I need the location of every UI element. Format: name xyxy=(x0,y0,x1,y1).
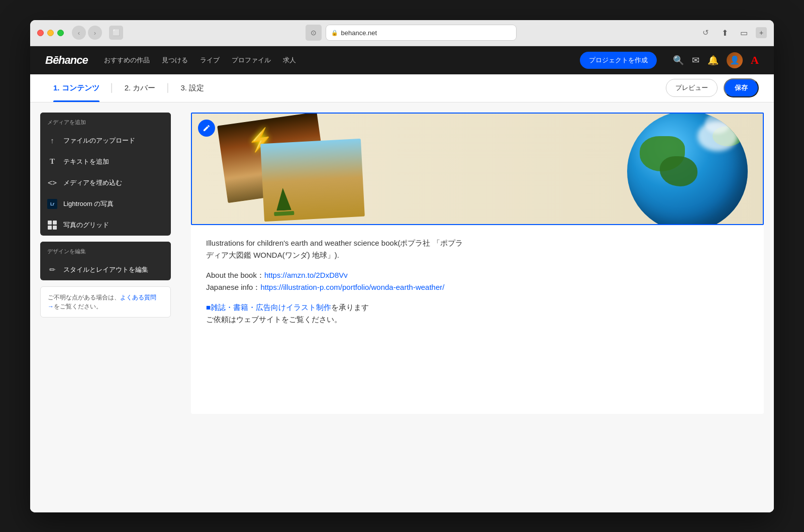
sidebar-item-lightroom[interactable]: Lr Lightroom の写真 xyxy=(40,193,171,215)
book-label: About the book： xyxy=(206,271,264,279)
help-prefix: ご不明な点がある場合は、 xyxy=(48,294,120,301)
nav-link-profile[interactable]: プロファイル xyxy=(232,56,271,65)
maximize-button[interactable] xyxy=(57,30,64,36)
nav-link-live[interactable]: ライブ xyxy=(200,56,220,65)
land-2 xyxy=(660,156,697,186)
sidebar-label-upload: ファイルのアップロード xyxy=(63,136,135,145)
tab-actions: プレビュー 保存 xyxy=(666,78,759,97)
nav-link-discover[interactable]: 見つける xyxy=(162,56,188,65)
nav-links: おすすめの作品 見つける ライブ プロファイル 求人 xyxy=(104,56,564,65)
lock-icon: 🔒 xyxy=(331,30,338,36)
toolbar-right: ↺ ⬆ ▭ + xyxy=(698,26,767,40)
clouds-2 xyxy=(705,114,730,134)
messages-icon[interactable]: ✉ xyxy=(692,55,699,66)
tree-trunk xyxy=(274,211,294,216)
tab-divider-1: │ xyxy=(110,83,115,92)
close-button[interactable] xyxy=(37,30,44,36)
page-content: Bēhance おすすめの作品 見つける ライブ プロファイル 求人 プロジェク… xyxy=(30,46,774,512)
description-line2: ディア大図鑑 WONDA(ワンダ) 地球」). xyxy=(206,251,339,259)
sidebar-item-text[interactable]: T テキストを追加 xyxy=(40,151,171,172)
image-block: ⚡ xyxy=(191,113,764,225)
minimize-button[interactable] xyxy=(47,30,54,36)
earth-globe xyxy=(627,114,748,224)
nav-link-featured[interactable]: おすすめの作品 xyxy=(104,56,150,65)
media-section-title: メディアを追加 xyxy=(40,113,171,130)
book-link[interactable]: https://amzn.to/2DxD8Vv xyxy=(264,271,348,279)
reload-button[interactable]: ↺ xyxy=(698,26,713,40)
create-project-button[interactable]: プロジェクトを作成 xyxy=(580,52,657,69)
tab-divider-2: │ xyxy=(165,83,170,92)
sidebar-label-lightroom: Lightroom の写真 xyxy=(63,199,114,208)
traffic-lights xyxy=(37,30,64,36)
nav-icons: 🔍 ✉ 🔔 👤 A xyxy=(673,52,759,68)
title-bar: ‹ › ⬜ ⊙ 🔒 behance.net ↺ ⬆ ▭ + xyxy=(30,20,774,46)
promo-paragraph: ■雑誌・書籍・広告向けイラスト制作を承ります ご依頼はウェブサイトをご覧ください… xyxy=(206,301,749,326)
upload-icon: ↑ xyxy=(47,136,57,146)
promo-line2: ご依頼はウェブサイトをご覧ください。 xyxy=(206,315,342,324)
style-edit-icon: ✏ xyxy=(47,265,57,275)
tab-content[interactable]: 1. コンテンツ xyxy=(45,74,108,102)
edit-pencil-button[interactable] xyxy=(198,120,215,137)
promo-highlight: ■雑誌・書籍・広告向けイラスト制作 xyxy=(206,303,331,311)
sidebar-item-style[interactable]: ✏ スタイルとレイアウトを編集 xyxy=(40,259,171,280)
new-tab-button[interactable]: + xyxy=(756,27,767,38)
tab-view-button[interactable]: ⬜ xyxy=(109,26,123,40)
behance-logo[interactable]: Bēhance xyxy=(45,54,88,67)
user-avatar[interactable]: 👤 xyxy=(727,52,743,68)
embed-icon: <> xyxy=(47,178,57,188)
address-bar-container: ⊙ 🔒 behance.net xyxy=(128,25,693,41)
sidebar-label-grid: 写真のグリッド xyxy=(63,221,109,230)
japanese-link[interactable]: https://illustration-p.com/portfolio/won… xyxy=(260,283,444,291)
sidebar-label-text: テキストを追加 xyxy=(63,157,109,166)
editor-body: メディアを追加 ↑ ファイルのアップロード T テキストを追加 xyxy=(30,102,774,512)
browser-window: ‹ › ⬜ ⊙ 🔒 behance.net ↺ ⬆ ▭ + Bēhance おす… xyxy=(30,20,774,512)
description-line1: Illustrations for children's earth and w… xyxy=(206,239,463,247)
back-button[interactable]: ‹ xyxy=(72,26,86,40)
pencil-icon xyxy=(203,124,211,132)
sidebar-label-embed: メディアを埋め込む xyxy=(63,178,122,187)
nav-buttons: ‹ › xyxy=(72,26,102,40)
sidebar-label-style: スタイルとレイアウトを編集 xyxy=(63,265,148,274)
tab-settings[interactable]: 3. 設定 xyxy=(172,74,212,102)
content-area: ⚡ xyxy=(181,113,774,502)
sidebar-help: ご不明な点がある場合は、よくある質問 →をご覧ください。 xyxy=(40,286,171,317)
sidebar-item-grid[interactable]: 写真のグリッド xyxy=(40,215,171,236)
design-section-title: デザインを編集 xyxy=(40,242,171,259)
preview-button[interactable]: プレビュー xyxy=(666,79,718,97)
sidebar-item-embed[interactable]: <> メディアを埋め込む xyxy=(40,172,171,193)
nav-link-jobs[interactable]: 求人 xyxy=(283,56,296,65)
content-wrapper: ⚡ xyxy=(191,113,764,414)
sidebar: メディアを追加 ↑ ファイルのアップロード T テキストを追加 xyxy=(30,113,181,502)
notifications-icon[interactable]: 🔔 xyxy=(708,55,719,66)
promo-suffix: を承ります xyxy=(331,303,369,311)
project-image: ⚡ xyxy=(192,114,763,224)
camera-icon: ⊙ xyxy=(306,25,322,41)
design-section: デザインを編集 ✏ スタイルとレイアウトを編集 xyxy=(40,242,171,280)
share-button[interactable]: ⬆ xyxy=(718,26,732,40)
text-icon: T xyxy=(47,157,57,167)
tab-bar: 1. コンテンツ │ 2. カバー │ 3. 設定 プレビュー 保存 xyxy=(30,74,774,102)
description-paragraph: Illustrations for children's earth and w… xyxy=(206,237,749,261)
forward-button[interactable]: › xyxy=(88,26,102,40)
adobe-icon[interactable]: A xyxy=(751,54,759,67)
url-text: behance.net xyxy=(341,29,377,37)
sidebar-toggle-button[interactable]: ▭ xyxy=(737,26,751,40)
japanese-label: Japanese info： xyxy=(206,283,260,291)
sidebar-item-upload[interactable]: ↑ ファイルのアップロード xyxy=(40,130,171,151)
weather-card-2 xyxy=(260,138,365,221)
grid-icon xyxy=(47,220,57,230)
behance-navbar: Bēhance おすすめの作品 見つける ライブ プロファイル 求人 プロジェク… xyxy=(30,46,774,74)
text-content: Illustrations for children's earth and w… xyxy=(191,225,764,346)
editor-container: 1. コンテンツ │ 2. カバー │ 3. 設定 プレビュー 保存 xyxy=(30,74,774,512)
lightroom-icon: Lr xyxy=(47,199,57,209)
tab-cover[interactable]: 2. カバー xyxy=(117,74,164,102)
search-icon[interactable]: 🔍 xyxy=(673,55,684,66)
book-link-paragraph: About the book：https://amzn.to/2DxD8Vv J… xyxy=(206,269,749,293)
media-section: メディアを追加 ↑ ファイルのアップロード T テキストを追加 xyxy=(40,113,171,236)
address-bar[interactable]: 🔒 behance.net xyxy=(326,25,517,41)
tree-icon xyxy=(275,187,291,211)
help-suffix: をご覧ください。 xyxy=(54,303,102,310)
save-button[interactable]: 保存 xyxy=(724,78,759,97)
